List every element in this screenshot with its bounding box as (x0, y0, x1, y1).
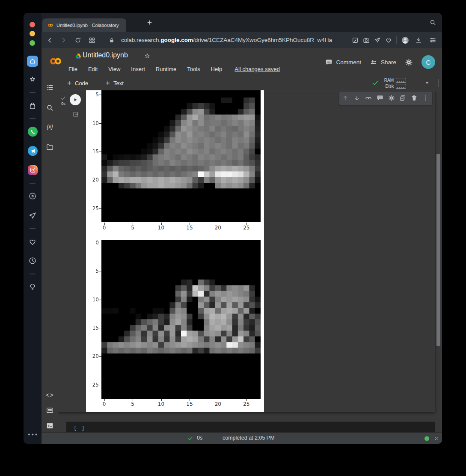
add-text-button[interactable]: Text (105, 80, 124, 86)
plus-icon (105, 80, 111, 86)
table-of-contents-button[interactable] (46, 83, 54, 92)
sidebar-home-button[interactable] (27, 56, 38, 67)
menu-edit[interactable]: Edit (88, 66, 98, 72)
resources-indicator[interactable]: RAM Disk (383, 77, 406, 89)
sidebar-divider (30, 228, 36, 229)
search-icon (46, 104, 54, 112)
account-avatar[interactable]: C (421, 55, 435, 69)
y-tick-mark (99, 356, 101, 357)
fashion-mnist-image-1 (101, 90, 261, 222)
code-snippets-button[interactable]: <> (42, 392, 58, 399)
gear-icon (405, 58, 413, 66)
sidebar-video-button[interactable] (28, 192, 37, 200)
sidebar-favorites-button[interactable] (28, 75, 37, 84)
reload-button[interactable] (74, 37, 81, 44)
comment-button[interactable]: Comment (325, 59, 361, 66)
sidebar-divider (30, 92, 36, 93)
sidebar-whatsapp-button[interactable] (28, 127, 38, 137)
url-text[interactable]: colab.research.google.com/drive/1CEZAaC4… (121, 32, 348, 48)
y-tick-label: 5 (86, 91, 99, 98)
favorite-page-button[interactable] (385, 37, 392, 44)
variables-button[interactable]: {x} (42, 123, 58, 130)
profile-button[interactable] (401, 36, 410, 45)
cell-exec-time: 0s (58, 101, 68, 106)
settings-button[interactable] (405, 58, 413, 66)
command-palette-button[interactable] (46, 406, 54, 414)
arrow-down-icon (353, 95, 360, 101)
execution-status-bar: 0s completed at 2:05 PM (42, 432, 442, 444)
sidebar-divider (30, 118, 36, 119)
colab-logo[interactable] (47, 55, 65, 67)
tab-search-button[interactable] (429, 19, 436, 26)
run-cell-button[interactable] (70, 94, 81, 105)
traffic-light-close-button[interactable] (30, 22, 35, 27)
mirror-cell-button[interactable] (399, 95, 406, 101)
link-to-cell-button[interactable] (365, 95, 372, 101)
menu-runtime[interactable]: Runtime (156, 66, 176, 72)
sidebar-send-button[interactable] (28, 211, 37, 220)
downloads-button[interactable] (415, 36, 422, 44)
move-cell-up-button[interactable] (342, 95, 349, 101)
more-cell-actions-button[interactable] (422, 95, 429, 101)
edit-share-button[interactable] (352, 37, 359, 44)
terminal-button[interactable] (46, 422, 54, 430)
code-cell-with-output[interactable]: 0s 5101520250510152025051015202505101520… (58, 90, 435, 412)
files-button[interactable] (46, 143, 54, 151)
urlbar-divider (396, 36, 397, 44)
notebook-scrollbar[interactable] (436, 154, 440, 346)
urlbar-divider (103, 36, 103, 44)
paper-plane-icon (28, 211, 37, 220)
traffic-light-zoom-button[interactable] (30, 40, 35, 46)
delete-cell-button[interactable] (411, 95, 418, 101)
back-button[interactable] (46, 36, 53, 44)
sidebar-shopping-button[interactable] (28, 101, 37, 110)
x-tick-mark (218, 223, 218, 225)
x-tick-mark (133, 223, 133, 225)
y-tick-label: 10 (86, 296, 99, 303)
empty-code-cell[interactable]: [ ] (66, 422, 435, 432)
tab-overview-button[interactable] (89, 37, 95, 44)
notebook-title[interactable]: Untitled0.ipynb (83, 51, 128, 59)
x-tick-label: 5 (127, 224, 139, 231)
sidebar-more-button[interactable]: ●●● (28, 432, 39, 437)
sidebar-history-button[interactable] (28, 256, 37, 265)
forward-button[interactable] (60, 36, 67, 44)
notebook-toolbar: Code Text RAM Disk (58, 76, 442, 90)
sidebar-ideas-button[interactable] (28, 283, 37, 291)
colab-sidebar: {x} <> (42, 76, 58, 432)
dismiss-status-button[interactable] (433, 436, 439, 441)
browser-settings-button[interactable] (429, 36, 436, 44)
browser-tab[interactable]: Untitled0.ipynb - Colaboratory (42, 18, 126, 32)
share-button[interactable]: Share (370, 58, 396, 66)
notebook-content[interactable]: 0s 5101520250510152025051015202505101520… (58, 90, 442, 432)
y-tick-label: 10 (86, 120, 99, 127)
sidebar-telegram-button[interactable] (28, 146, 38, 156)
add-code-button[interactable]: Code (66, 80, 88, 86)
sidebar-instagram-button[interactable] (28, 165, 38, 175)
save-status[interactable]: All changes saved (234, 66, 280, 72)
cell-settings-button[interactable] (388, 95, 395, 101)
link-icon (365, 95, 372, 102)
add-comment-button[interactable] (377, 95, 383, 101)
resources-dropdown-button[interactable] (424, 80, 430, 86)
screenshot-button[interactable] (363, 37, 370, 44)
lock-icon (109, 37, 115, 43)
traffic-light-minimize-button[interactable] (30, 31, 35, 36)
x-tick-label: 5 (127, 401, 139, 408)
menu-view[interactable]: View (108, 66, 120, 72)
menu-file[interactable]: File (68, 66, 77, 72)
sidebar-likes-button[interactable] (28, 238, 37, 246)
menu-tools[interactable]: Tools (187, 66, 200, 72)
share-page-button[interactable] (374, 37, 381, 44)
menu-help[interactable]: Help (211, 66, 223, 72)
star-notebook-button[interactable] (143, 52, 151, 60)
menu-insert[interactable]: Insert (131, 66, 145, 72)
find-replace-button[interactable] (46, 104, 54, 112)
y-tick-mark (99, 180, 101, 180)
secure-connection-button[interactable] (109, 37, 115, 43)
cell-output-export-button[interactable] (72, 111, 79, 118)
new-tab-button[interactable] (146, 19, 153, 26)
move-cell-down-button[interactable] (353, 95, 360, 101)
add-text-label: Text (113, 80, 124, 86)
instagram-icon (30, 167, 36, 173)
